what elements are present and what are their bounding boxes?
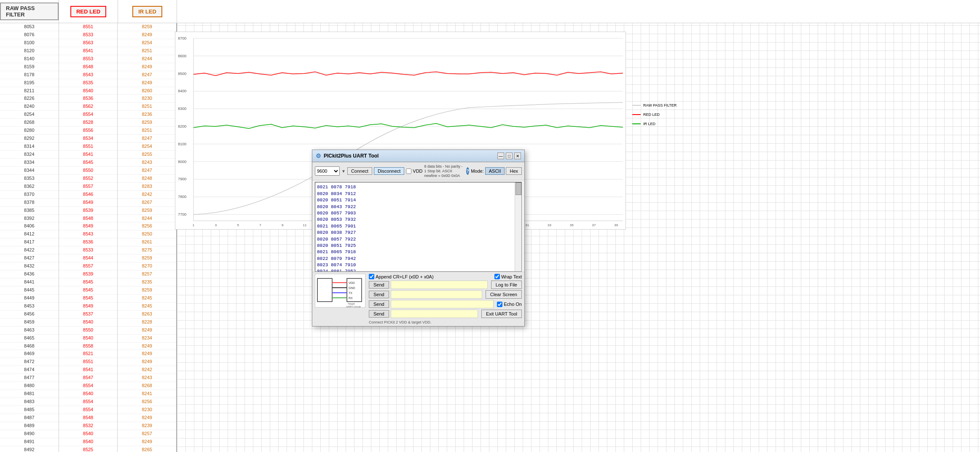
- raw-pass-filter-label: RAW PASS FILTER: [0, 3, 59, 20]
- red-value: 8553: [59, 55, 118, 63]
- red-value: 8528: [59, 119, 118, 127]
- raw-value: 8422: [0, 246, 59, 254]
- data-section: 8053807681008120814081598178819582118226…: [0, 23, 177, 452]
- exit-uart-button[interactable]: Exit UART Tool: [481, 310, 522, 318]
- red-value: 8541: [59, 151, 118, 159]
- send-button-4[interactable]: Send: [369, 310, 389, 318]
- svg-rect-44: [317, 278, 332, 302]
- raw-value: 8211: [0, 87, 59, 95]
- ir-value: 8257: [118, 430, 176, 438]
- scrollbar-thumb[interactable]: [516, 182, 521, 195]
- append-label-text: Append CR+LF (x0D + x0A): [376, 274, 434, 279]
- append-crlf-label[interactable]: Append CR+LF (x0D + x0A): [369, 274, 434, 279]
- circuit-row: VDD GND TX RX Target UART Circuit Append…: [315, 274, 522, 324]
- red-value: 8525: [59, 446, 118, 452]
- ir-value: 8249: [118, 326, 176, 334]
- raw-value: 8445: [0, 286, 59, 294]
- raw-value: 8492: [0, 446, 59, 452]
- connect-button[interactable]: Connect: [347, 167, 372, 175]
- baud-rate-select[interactable]: 9600 19200 38400 57600 115200: [315, 166, 340, 176]
- svg-text:Target: Target: [348, 302, 355, 305]
- echo-on-label[interactable]: Echo On: [497, 302, 522, 307]
- ir-value: 8247: [118, 71, 176, 79]
- macro-input-1[interactable]: [391, 281, 488, 289]
- svg-text:3: 3: [215, 223, 217, 227]
- ir-value: 8250: [118, 230, 176, 238]
- raw-value: 8254: [0, 111, 59, 119]
- ir-value: 8249: [118, 438, 176, 446]
- raw-value: 8477: [0, 374, 59, 382]
- disconnect-button[interactable]: Disconnect: [374, 167, 404, 175]
- wrap-text-label[interactable]: Wrap Text: [494, 274, 522, 279]
- red-value: 8554: [59, 398, 118, 406]
- ir-legend-line: [632, 123, 641, 124]
- ir-value: 8268: [118, 382, 176, 390]
- ir-value: 8241: [118, 390, 176, 398]
- data-line: 8024 8081 7952: [317, 268, 512, 272]
- ir-value: 8249: [118, 414, 176, 422]
- echo-on-checkbox[interactable]: [497, 302, 502, 307]
- send-button-2[interactable]: Send: [369, 291, 389, 298]
- data-line: 8020 8038 7927: [317, 230, 512, 236]
- vertical-scrollbar[interactable]: [515, 182, 521, 271]
- ir-value: 8270: [118, 262, 176, 270]
- ir-value: 8239: [118, 422, 176, 430]
- raw-value: 8483: [0, 398, 59, 406]
- red-legend-line: [632, 114, 641, 115]
- ir-value: 8267: [118, 199, 176, 207]
- vdd-checkbox[interactable]: [406, 168, 411, 174]
- dialog-title: ⚙ PICkit2Plus UART Tool: [316, 152, 379, 159]
- red-value: 8540: [59, 438, 118, 446]
- raw-value: 8324: [0, 151, 59, 159]
- raw-value: 8268: [0, 119, 59, 127]
- macro-input-4[interactable]: [391, 310, 478, 318]
- raw-value: 8472: [0, 358, 59, 366]
- red-value: 8540: [59, 390, 118, 398]
- red-value: 8558: [59, 342, 118, 350]
- macro-input-2[interactable]: [391, 290, 482, 299]
- data-line: 8020 8034 7912: [317, 191, 512, 197]
- ascii-mode-button[interactable]: ASCII: [485, 167, 505, 175]
- ir-value: 8242: [118, 191, 176, 199]
- wrap-text-label-text: Wrap Text: [501, 274, 522, 279]
- ir-value: 8251: [118, 103, 176, 111]
- red-value: 8546: [59, 191, 118, 199]
- send-button-1[interactable]: Send: [369, 281, 389, 289]
- wrap-text-checkbox[interactable]: [494, 274, 500, 279]
- raw-value: 8344: [0, 167, 59, 175]
- raw-value: 8491: [0, 438, 59, 446]
- red-value: 8551: [59, 358, 118, 366]
- svg-text:RX: RX: [349, 297, 353, 300]
- clear-screen-button[interactable]: Clear Screen: [486, 290, 522, 299]
- red-value: 8540: [59, 430, 118, 438]
- red-value: 8521: [59, 350, 118, 358]
- red-column: 8551853385638541855385488543853585408536…: [59, 23, 118, 452]
- red-value: 8554: [59, 406, 118, 414]
- data-line: 8021 8065 7901: [317, 223, 512, 230]
- ir-value: 8243: [118, 159, 176, 167]
- send-button-3[interactable]: Send: [369, 300, 389, 308]
- ir-value: 8257: [118, 270, 176, 278]
- ir-value: 8235: [118, 278, 176, 286]
- svg-text:33: 33: [548, 223, 551, 227]
- raw-legend-label: RAW PASS FILTER: [643, 103, 677, 107]
- raw-value: 8453: [0, 302, 59, 310]
- mode-area: Mode: ASCII Hex: [471, 167, 522, 175]
- minimize-button[interactable]: —: [497, 152, 504, 159]
- close-button[interactable]: ✕: [514, 152, 521, 159]
- macro-input-3[interactable]: [391, 300, 494, 308]
- vdd-checkbox-label[interactable]: VDD: [406, 168, 422, 174]
- red-value: 8554: [59, 382, 118, 390]
- data-line: 8023 8074 7910: [317, 262, 512, 268]
- ir-legend-label: IR LED: [643, 122, 655, 126]
- raw-value: 8195: [0, 79, 59, 87]
- append-crlf-checkbox[interactable]: [369, 274, 374, 279]
- raw-value: 8487: [0, 414, 59, 422]
- help-icon[interactable]: ?: [466, 167, 469, 175]
- hex-mode-button[interactable]: Hex: [506, 167, 522, 175]
- log-to-file-button[interactable]: Log to File: [491, 281, 522, 289]
- red-value: 8540: [59, 87, 118, 95]
- dialog-titlebar: ⚙ PICkit2Plus UART Tool — □ ✕: [312, 150, 524, 162]
- maximize-button[interactable]: □: [506, 152, 513, 159]
- raw-column: 8053807681008120814081598178819582118226…: [0, 23, 59, 452]
